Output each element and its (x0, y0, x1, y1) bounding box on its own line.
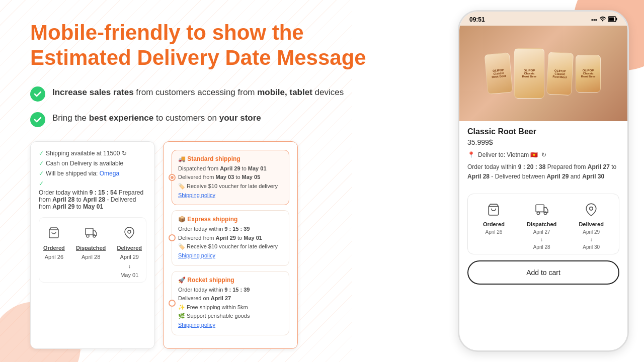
phone-delivered-date2: April 30 (583, 244, 600, 250)
check-icon-2 (30, 112, 45, 127)
shipping-line-1: ✓ Shipping available at 11500 ↻ (39, 150, 146, 157)
ship-via-text: Will be shipped via: Omega (46, 170, 119, 177)
phone-delivered-date: April 29 (583, 229, 600, 235)
svg-point-12 (590, 207, 593, 211)
location-icon (120, 224, 138, 242)
express-body: Order today within 9 : 15 : 39 Delivered… (178, 225, 283, 260)
phone-time: 09:51 (469, 16, 485, 23)
svg-point-2 (87, 235, 89, 237)
product-image: OLIPOPClassicRoot Beer OLIPOPClassicRoot… (459, 26, 627, 121)
express-shipping-option[interactable]: 📦 Express shipping Order today within 9 … (172, 210, 289, 265)
phone-dispatched-label: Dispatched (527, 221, 556, 227)
svg-point-3 (93, 235, 96, 237)
standard-body: Dispatched from April 29 to May 01 Deliv… (178, 164, 283, 200)
phone-status-bar: 09:51 ▪▪▪ (459, 12, 627, 26)
feature-list: Increase sales rates from customers acce… (30, 86, 372, 127)
shipping-line-2: ✓ Cash on Delivery is available (39, 160, 146, 167)
dispatched-label: Dispatched (76, 245, 106, 251)
timeline-step-ordered: Ordered April 26 (43, 224, 65, 278)
product-cans: OLIPOPClassicRoot Beer OLIPOPClassicRoot… (459, 26, 627, 121)
rocket-radio[interactable] (169, 300, 176, 307)
phone-mockup: 09:51 ▪▪▪ OLIPOPClassicRoot Beer (458, 10, 629, 352)
feature-item-1: Increase sales rates from customers acce… (30, 86, 372, 102)
phone-step-dispatched: Dispatched April 27 ↓ April 28 (527, 200, 556, 250)
standard-policy-link[interactable]: Shipping policy (178, 192, 215, 198)
phone-step-delivered: Delivered April 29 ↓ April 30 (579, 200, 604, 250)
express-policy-link[interactable]: Shipping policy (178, 252, 215, 258)
phone-truck-icon (532, 200, 551, 219)
check-icon-1 (30, 86, 45, 102)
phone-ordered-date: April 26 (486, 229, 503, 235)
small-shipping-card: ✓ Shipping available at 11500 ↻ ✓ Cash o… (30, 141, 155, 349)
svg-rect-6 (616, 18, 617, 21)
rocket-policy-link[interactable]: Shipping policy (178, 322, 215, 328)
phone-delivered-arrow: ↓ (590, 237, 593, 242)
phone-dispatched-date: April 27 (533, 229, 550, 235)
phone-content: OLIPOPClassicRoot Beer OLIPOPClassicRoot… (459, 26, 627, 349)
svg-rect-1 (86, 228, 93, 235)
delivered-date-2: May 01 (120, 272, 138, 278)
phone-step-ordered: Ordered April 26 (483, 200, 505, 250)
dispatched-date: April 28 (82, 254, 100, 260)
product-price: 35.999$ (467, 138, 619, 146)
check-mark-1: ✓ (39, 150, 44, 157)
shipping-line-4: ✓ Order today within 9 : 15 : 54 Prepare… (39, 180, 146, 210)
large-shipping-card: 🚚 Standard shipping Dispatched from Apri… (163, 141, 298, 349)
ordered-label: Ordered (43, 245, 65, 251)
page-title: Mobile-friendly to show the Estimated De… (30, 20, 372, 71)
can-2: OLIPOPClassicRoot Beer (514, 48, 544, 99)
cards-row: ✓ Shipping available at 11500 ↻ ✓ Cash o… (30, 141, 372, 349)
express-title: 📦 Express shipping (178, 216, 283, 223)
timeline-step-dispatched: Dispatched April 28 (76, 224, 106, 278)
product-name: Classic Root Beer (467, 127, 619, 136)
svg-point-4 (128, 230, 131, 233)
shipping-available-text: Shipping available at 11500 ↻ (46, 150, 127, 157)
truck-icon (82, 224, 100, 242)
phone-dispatched-date2: April 28 (533, 244, 550, 250)
phone-ordered-label: Ordered (483, 221, 505, 227)
left-panel: Mobile-friendly to show the Estimated De… (30, 20, 372, 349)
timeline-step-delivered: Delivered April 29 ↓ May 01 (117, 224, 142, 278)
delivered-arrow: ↓ (128, 263, 131, 269)
feature-text-2: Bring the best experience to customers o… (52, 112, 261, 125)
can-3: OLIPOPClassicRoot Beer (546, 51, 574, 96)
shipping-line-3: ✓ Will be shipped via: Omega (39, 170, 146, 177)
phone-cart-icon (484, 200, 503, 219)
cod-text: Cash on Delivery is available (46, 160, 123, 167)
deliver-to-text: Deliver to: Vietnam 🇻🇳 (478, 151, 538, 158)
check-mark-4: ✓ (39, 180, 44, 187)
order-timing-text: Order today within 9 : 15 : 54 Prepared … (39, 189, 146, 210)
feature-item-2: Bring the best experience to customers o… (30, 112, 372, 127)
pin-icon: 📍 (467, 151, 475, 158)
signal-icon: ▪▪▪ (591, 17, 597, 23)
can-1: OLIPOPClassicRoot Beer (485, 52, 513, 95)
order-timing: Order today within 9 : 20 : 38 Prepared … (467, 162, 619, 182)
right-panel: 09:51 ▪▪▪ OLIPOPClassicRoot Beer (458, 10, 629, 352)
add-to-cart-button[interactable]: Add to cart (467, 260, 619, 285)
feature-text-1: Increase sales rates from customers acce… (52, 86, 344, 99)
product-info: Classic Root Beer 35.999$ 📍 Deliver to: … (459, 121, 627, 194)
phone-location-icon (582, 200, 601, 219)
delivered-date-1: April 29 (120, 254, 139, 260)
express-radio[interactable] (169, 234, 176, 241)
svg-point-10 (537, 212, 539, 215)
phone-delivered-label: Delivered (579, 221, 604, 227)
rocket-title: 🚀 Rocket shipping (178, 277, 283, 284)
standard-radio[interactable] (169, 174, 176, 181)
omega-link[interactable]: Omega (100, 170, 119, 177)
phone-dispatched-arrow: ↓ (540, 237, 543, 242)
battery-icon (608, 16, 617, 23)
wifi-icon (599, 16, 606, 24)
svg-rect-9 (536, 205, 544, 212)
svg-rect-7 (609, 18, 614, 21)
small-card-timeline: Ordered April 26 Dispatched April 28 Del… (39, 217, 146, 283)
check-mark-2: ✓ (39, 160, 44, 167)
standard-shipping-option[interactable]: 🚚 Standard shipping Dispatched from Apri… (172, 150, 289, 205)
check-mark-3: ✓ (39, 170, 44, 177)
standard-title: 🚚 Standard shipping (178, 155, 283, 162)
refresh-icon[interactable]: ↻ (541, 151, 546, 158)
rocket-shipping-option[interactable]: 🚀 Rocket shipping Order today within 9 :… (172, 271, 289, 335)
cart-icon (45, 224, 63, 242)
ordered-date: April 26 (45, 254, 63, 260)
rocket-body: Order today within 9 : 15 : 39 Delivered… (178, 286, 283, 330)
